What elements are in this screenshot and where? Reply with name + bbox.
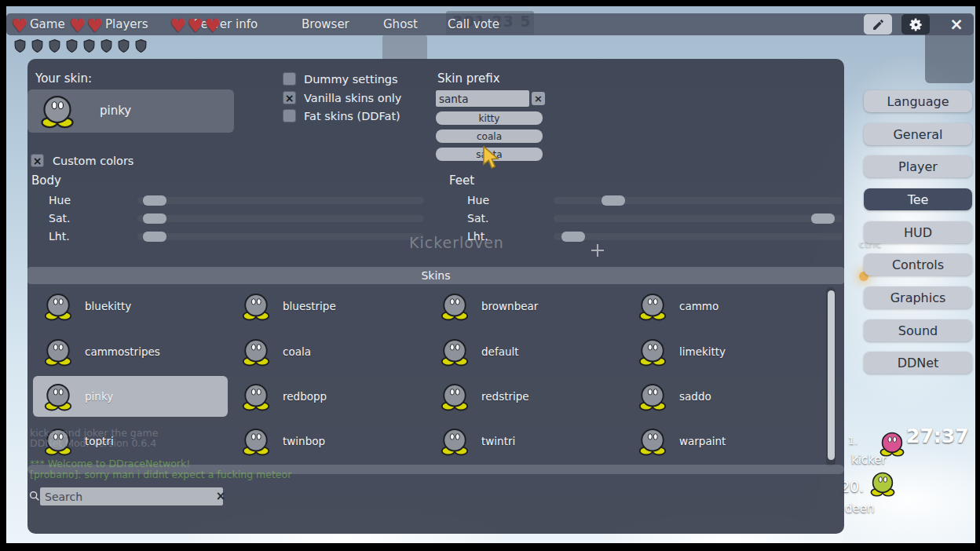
skin-name: redstripe (481, 390, 529, 403)
hud-text: deen (845, 502, 875, 516)
skin-name: brownbear (481, 300, 538, 312)
shield-icon (13, 38, 27, 57)
skin-item-twinbop[interactable]: twinbop (231, 421, 426, 462)
tee-icon (42, 290, 74, 322)
skin-item-cammo[interactable]: cammo (627, 286, 822, 327)
skin-name: twintri (481, 435, 515, 447)
skin-item-cammostripes[interactable]: cammostripes (33, 331, 228, 372)
heart-icon: ♥ (69, 15, 86, 37)
heart-icon: ♥ (11, 15, 28, 37)
skin-name: bluestripe (283, 300, 336, 312)
skin-item-default[interactable]: default (430, 331, 624, 372)
skin-item-warpaint[interactable]: warpaint (627, 421, 822, 462)
skin-item-coala[interactable]: coala (231, 331, 426, 372)
mouse-cursor-icon (481, 146, 502, 173)
heart-icon: ♥ (86, 15, 104, 37)
menu-item-call-vote[interactable]: Call vote (448, 17, 499, 31)
skin-name: limekitty (679, 345, 726, 358)
shield-icon (64, 38, 79, 57)
background-nameplate-kickerloven: Kickerloven (409, 234, 504, 251)
tee-icon (439, 290, 470, 322)
skin-item-pinky[interactable]: pinky (33, 376, 228, 417)
heart-icon: ♥ (204, 15, 221, 37)
heart-icon: ♥ (170, 15, 187, 37)
skin-item-saddo[interactable]: saddo (627, 376, 822, 417)
shield-icon (82, 38, 97, 57)
tee-icon (637, 425, 668, 457)
menu-item-game[interactable]: Game (30, 17, 65, 31)
skin-item-twintri[interactable]: twintri (430, 421, 624, 462)
tab-sound[interactable]: Sound (864, 319, 972, 341)
settings-button[interactable] (901, 14, 930, 35)
skin-item-redbopp[interactable]: redbopp (231, 376, 426, 417)
shield-icon (99, 38, 114, 57)
close-button[interactable]: × (945, 13, 967, 35)
tee-icon (637, 336, 668, 367)
skin-item-bluekitty[interactable]: bluekitty (33, 286, 228, 327)
menu-item-browser[interactable]: Browser (302, 17, 349, 31)
hud-text: 1. (848, 435, 858, 447)
gear-icon (909, 17, 923, 32)
scrollbar-handle[interactable] (828, 290, 835, 460)
tee-icon (240, 290, 272, 322)
tee-icon (439, 336, 470, 367)
menu-item-ghost[interactable]: Ghost (383, 17, 418, 31)
skin-name: default (481, 345, 519, 358)
game-screen: 301 23 5 Kickerloven ctric ♥♥♥♥♥♥ × Game… (6, 6, 975, 543)
tab-general[interactable]: General (864, 123, 972, 145)
skin-item-redstripe[interactable]: redstripe (430, 376, 624, 417)
shield-icon (133, 38, 148, 57)
shield-icon (116, 38, 131, 57)
menu-item-players[interactable]: Players (105, 17, 148, 31)
shield-icon (47, 38, 62, 57)
tee-icon (240, 381, 272, 412)
skin-name: warpaint (679, 435, 726, 447)
tee-icon (42, 336, 74, 367)
hud-text: kicker (851, 453, 887, 467)
skin-name: bluekitty (85, 300, 131, 312)
tee-icon (637, 381, 668, 412)
hud-tee-icon (868, 469, 897, 501)
chat-line: *** Welcome to DDraceNetwork! (30, 458, 190, 469)
tee-icon (42, 381, 74, 412)
tab-tee[interactable]: Tee (864, 188, 972, 210)
tab-player[interactable]: Player (864, 155, 972, 177)
tee-icon (240, 425, 272, 457)
tab-language[interactable]: Language (864, 90, 972, 112)
menubar: × GamePlayersServer infoBrowserGhostCall… (6, 13, 974, 35)
skins-scrollbar[interactable] (826, 287, 836, 466)
search-input[interactable] (40, 487, 223, 505)
skin-name: coala (283, 345, 311, 358)
tab-ddnet[interactable]: DDNet (864, 352, 972, 374)
sparkle-icon (591, 244, 604, 260)
tee-icon (439, 425, 470, 457)
skin-name: cammostripes (85, 345, 160, 358)
pencil-icon (872, 18, 885, 31)
app-window: 301 23 5 Kickerloven ctric ♥♥♥♥♥♥ × Game… (0, 0, 980, 551)
hud-text: 27:37 (906, 425, 969, 447)
search-icon (28, 490, 41, 505)
tee-icon (637, 290, 668, 322)
tee-icon (439, 381, 470, 412)
chat-line: DDNet Mod. Version 0.6.4 (30, 437, 156, 449)
skin-item-limekitty[interactable]: limekitty (627, 331, 822, 372)
tab-hud[interactable]: HUD (864, 221, 972, 243)
tee-icon (868, 469, 897, 498)
heart-icon: ♥ (187, 15, 204, 37)
shield-icon (30, 38, 45, 57)
tab-controls[interactable]: Controls (864, 254, 972, 276)
tab-graphics[interactable]: Graphics (864, 286, 972, 308)
edit-button[interactable] (864, 14, 892, 35)
search-clear-button[interactable]: × (214, 489, 228, 503)
skin-name: redbopp (283, 390, 327, 403)
skin-name: cammo (679, 300, 719, 312)
tee-icon (240, 336, 272, 367)
skin-name: saddo (679, 390, 711, 403)
chat-line: [probano]: sorry man i didnt expect a fu… (30, 469, 291, 480)
skin-name: twinbop (283, 435, 325, 447)
skin-name: pinky (85, 390, 113, 403)
skin-item-brownbear[interactable]: brownbear (430, 286, 624, 327)
skin-item-bluestripe[interactable]: bluestripe (231, 286, 426, 327)
